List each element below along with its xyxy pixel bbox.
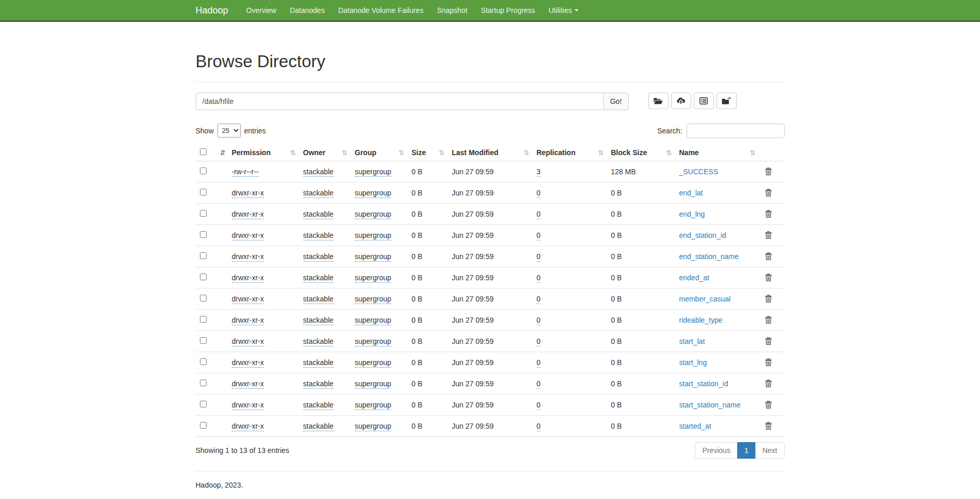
replication-value[interactable]: 0 xyxy=(537,358,541,368)
row-checkbox[interactable] xyxy=(200,252,207,259)
pagination-page-1[interactable]: 1 xyxy=(737,442,756,459)
group-value[interactable]: supergroup xyxy=(355,337,392,346)
replication-value[interactable]: 0 xyxy=(537,401,541,410)
permission-value[interactable]: drwxr-xr-x xyxy=(232,316,264,325)
header-group[interactable]: Group ⇅ xyxy=(351,144,408,161)
header-block-size[interactable]: Block Size ⇅ xyxy=(607,144,675,161)
permission-value[interactable]: drwxr-xr-x xyxy=(232,380,264,389)
permission-value[interactable]: -rw-r--r-- xyxy=(232,168,259,177)
permission-value[interactable]: drwxr-xr-x xyxy=(232,295,264,304)
row-checkbox[interactable] xyxy=(200,401,207,407)
move-button[interactable] xyxy=(717,93,737,109)
file-link[interactable]: started_at xyxy=(679,422,711,430)
nav-item-datanodes[interactable]: Datanodes xyxy=(283,0,332,21)
row-checkbox[interactable] xyxy=(200,380,207,386)
replication-value[interactable]: 0 xyxy=(537,422,541,431)
row-checkbox[interactable] xyxy=(200,316,207,323)
owner-value[interactable]: stackable xyxy=(303,316,334,325)
file-link[interactable]: _SUCCESS xyxy=(679,168,718,176)
file-link[interactable]: start_lat xyxy=(679,337,705,345)
page-size-select[interactable]: 25 xyxy=(217,124,241,138)
group-value[interactable]: supergroup xyxy=(355,358,392,368)
owner-value[interactable]: stackable xyxy=(303,168,334,177)
replication-value[interactable]: 0 xyxy=(537,231,541,240)
path-input[interactable] xyxy=(196,93,604,110)
owner-value[interactable]: stackable xyxy=(303,189,334,198)
replication-value[interactable]: 0 xyxy=(537,316,541,325)
owner-value[interactable]: stackable xyxy=(303,274,334,283)
delete-button[interactable] xyxy=(763,400,774,410)
nav-item-overview[interactable]: Overview xyxy=(240,0,283,21)
replication-value[interactable]: 3 xyxy=(537,168,541,177)
cut-paste-button[interactable] xyxy=(694,93,714,109)
delete-button[interactable] xyxy=(763,379,774,388)
file-link[interactable]: start_station_id xyxy=(679,380,728,388)
group-value[interactable]: supergroup xyxy=(355,252,392,262)
delete-button[interactable] xyxy=(763,209,774,219)
file-link[interactable]: ended_at xyxy=(679,274,709,282)
delete-button[interactable] xyxy=(763,357,774,367)
nav-item-startup-progress[interactable]: Startup Progress xyxy=(474,0,542,21)
row-checkbox[interactable] xyxy=(200,210,207,217)
permission-value[interactable]: drwxr-xr-x xyxy=(232,422,264,431)
select-all-checkbox[interactable] xyxy=(200,148,207,155)
permission-value[interactable]: drwxr-xr-x xyxy=(232,337,264,346)
delete-button[interactable] xyxy=(763,167,774,176)
owner-value[interactable]: stackable xyxy=(303,295,334,304)
permission-value[interactable]: drwxr-xr-x xyxy=(232,189,264,198)
owner-value[interactable]: stackable xyxy=(303,231,334,240)
delete-button[interactable] xyxy=(763,230,774,240)
group-value[interactable]: supergroup xyxy=(355,316,392,325)
header-size[interactable]: Size ⇅ xyxy=(408,144,448,161)
header-replication[interactable]: Replication ⇅ xyxy=(533,144,607,161)
row-checkbox[interactable] xyxy=(200,358,207,365)
delete-button[interactable] xyxy=(763,273,774,282)
group-value[interactable]: supergroup xyxy=(355,189,392,198)
owner-value[interactable]: stackable xyxy=(303,252,334,262)
delete-button[interactable] xyxy=(763,251,774,261)
row-checkbox[interactable] xyxy=(200,337,207,344)
row-checkbox[interactable] xyxy=(200,422,207,429)
group-value[interactable]: supergroup xyxy=(355,295,392,304)
delete-button[interactable] xyxy=(763,315,774,325)
row-checkbox[interactable] xyxy=(200,274,207,280)
owner-value[interactable]: stackable xyxy=(303,337,334,346)
nav-item-datanode-volume-failures[interactable]: Datanode Volume Failures xyxy=(332,0,430,21)
owner-value[interactable]: stackable xyxy=(303,401,334,410)
permission-value[interactable]: drwxr-xr-x xyxy=(232,210,264,219)
owner-value[interactable]: stackable xyxy=(303,358,334,368)
replication-value[interactable]: 0 xyxy=(537,274,541,283)
search-input[interactable] xyxy=(687,124,785,138)
group-value[interactable]: supergroup xyxy=(355,274,392,283)
permission-value[interactable]: drwxr-xr-x xyxy=(232,231,264,240)
permission-value[interactable]: drwxr-xr-x xyxy=(232,252,264,262)
group-value[interactable]: supergroup xyxy=(355,380,392,389)
row-checkbox[interactable] xyxy=(200,168,207,174)
replication-value[interactable]: 0 xyxy=(537,210,541,219)
delete-button[interactable] xyxy=(763,336,774,346)
replication-value[interactable]: 0 xyxy=(537,252,541,262)
file-link[interactable]: member_casual xyxy=(679,295,731,303)
owner-value[interactable]: stackable xyxy=(303,422,334,431)
row-checkbox[interactable] xyxy=(200,295,207,301)
group-value[interactable]: supergroup xyxy=(355,210,392,219)
permission-value[interactable]: drwxr-xr-x xyxy=(232,274,264,283)
permission-value[interactable]: drwxr-xr-x xyxy=(232,401,264,410)
file-link[interactable]: start_lng xyxy=(679,358,707,367)
file-link[interactable]: end_station_id xyxy=(679,231,726,239)
row-checkbox[interactable] xyxy=(200,189,207,195)
header-select-all[interactable]: ⇵ xyxy=(196,144,228,161)
row-checkbox[interactable] xyxy=(200,231,207,238)
header-permission[interactable]: Permission ⇅ xyxy=(228,144,299,161)
group-value[interactable]: supergroup xyxy=(355,401,392,410)
file-link[interactable]: end_lat xyxy=(679,189,703,197)
pagination-next[interactable]: Next xyxy=(755,442,785,459)
pagination-previous[interactable]: Previous xyxy=(695,442,737,459)
permission-value[interactable]: drwxr-xr-x xyxy=(232,358,264,368)
delete-button[interactable] xyxy=(763,294,774,304)
header-last-modified[interactable]: Last Modified ⇅ xyxy=(448,144,533,161)
file-link[interactable]: start_station_name xyxy=(679,401,741,409)
replication-value[interactable]: 0 xyxy=(537,189,541,198)
upload-file-button[interactable] xyxy=(671,93,691,109)
go-button[interactable]: Go! xyxy=(603,93,629,110)
